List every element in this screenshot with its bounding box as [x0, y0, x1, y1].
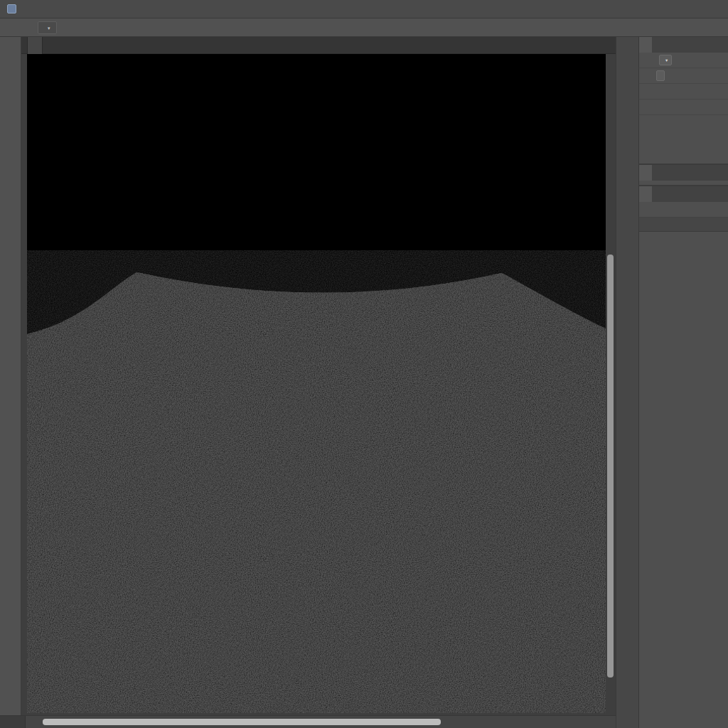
band-row[interactable]	[639, 218, 728, 232]
panel-dock	[616, 37, 638, 728]
transform-tab-row	[639, 165, 728, 181]
type-row: ▾	[639, 53, 728, 68]
fargios-row[interactable]	[639, 202, 728, 218]
tab-transform[interactable]	[639, 165, 652, 181]
chevron-down-icon: ▾	[665, 58, 668, 63]
canvas-vertical-scrollbar[interactable]	[607, 255, 614, 678]
document-tab[interactable]	[27, 37, 43, 54]
tab-warp-properties[interactable]	[639, 186, 652, 202]
type-dropdown[interactable]: ▾	[659, 55, 672, 65]
mode-row	[639, 84, 728, 100]
status-bar	[0, 715, 616, 728]
options-bar: ▾	[0, 18, 728, 37]
right-panel: ▾	[638, 37, 728, 728]
canvas-artwork	[27, 54, 606, 713]
tab-properties[interactable]	[639, 37, 652, 53]
panel-menu-icon[interactable]	[718, 37, 728, 53]
panel-spacer	[639, 115, 728, 159]
app-logo-icon	[7, 4, 16, 14]
document-tab-bar	[21, 37, 616, 54]
title-bar	[0, 0, 728, 18]
structure-row	[639, 68, 728, 84]
status-corner	[0, 716, 26, 728]
tool-bar	[0, 37, 21, 715]
canvas-horizontal-scrollbar[interactable]	[43, 719, 441, 725]
options-dropdown[interactable]: ▾	[38, 21, 57, 34]
detail-row[interactable]	[639, 232, 728, 247]
tshirt-group	[27, 272, 606, 713]
structure-field[interactable]	[656, 70, 665, 81]
warp-tab-row	[639, 186, 728, 202]
layer-group-row[interactable]	[639, 100, 728, 115]
dock-collapse-button[interactable]	[621, 40, 634, 48]
chevron-down-icon: ▾	[48, 26, 50, 31]
application-window: ▾	[0, 0, 728, 728]
canvas[interactable]	[27, 54, 606, 713]
properties-tab-row	[639, 37, 728, 53]
